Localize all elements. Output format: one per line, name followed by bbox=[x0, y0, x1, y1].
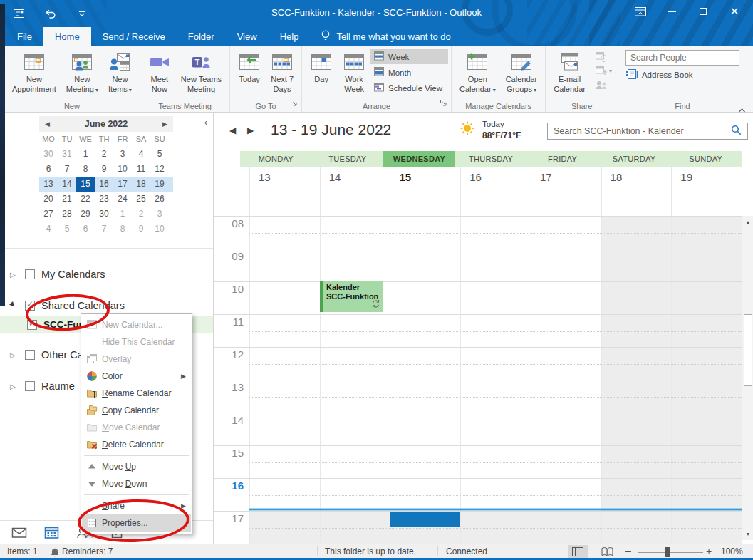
mini-day[interactable]: 29 bbox=[76, 207, 95, 222]
zoom-slider-thumb[interactable] bbox=[665, 547, 670, 557]
mini-day[interactable]: 10 bbox=[113, 162, 132, 177]
calendar-groups-button[interactable]: Calendar Groups▾ bbox=[501, 47, 543, 95]
day-header-saturday[interactable]: SATURDAY bbox=[598, 151, 670, 167]
date-cell[interactable]: 18 bbox=[601, 167, 672, 216]
mini-day[interactable]: 2 bbox=[132, 207, 150, 222]
expand-arrow-icon[interactable]: ▷ bbox=[10, 271, 19, 279]
tab-send-receive[interactable]: Send / Receive bbox=[91, 27, 177, 46]
ribbon-display-options-button[interactable] bbox=[625, 0, 656, 23]
normal-view-button[interactable] bbox=[568, 545, 588, 559]
next-month-button[interactable]: ▶ bbox=[162, 120, 167, 128]
close-button[interactable]: ✕ bbox=[719, 0, 750, 23]
mini-day[interactable]: 6 bbox=[39, 162, 58, 177]
share-calendar-button[interactable] bbox=[595, 51, 612, 62]
prev-month-button[interactable]: ◀ bbox=[45, 120, 50, 128]
address-book-button[interactable]: Address Book bbox=[625, 68, 739, 81]
month-button[interactable]: Month bbox=[370, 65, 448, 80]
mini-day[interactable]: 2 bbox=[95, 147, 113, 162]
mini-day[interactable]: 27 bbox=[39, 207, 58, 222]
tab-view[interactable]: View bbox=[226, 27, 269, 46]
day-header-sunday[interactable]: SUNDAY bbox=[670, 151, 742, 167]
mini-day[interactable]: 14 bbox=[58, 177, 76, 192]
reading-view-button[interactable] bbox=[597, 545, 617, 559]
mini-day[interactable]: 1 bbox=[113, 207, 132, 222]
calendar-checkbox[interactable] bbox=[25, 269, 35, 279]
date-cell[interactable]: 19 bbox=[671, 167, 742, 216]
zoom-out-button[interactable]: – bbox=[625, 545, 631, 556]
today-button[interactable]: Today bbox=[233, 47, 266, 84]
meet-now-button[interactable]: Meet Now bbox=[143, 47, 176, 95]
dialog-launcher-icon[interactable] bbox=[290, 97, 298, 110]
sidebar-group-my-calendars[interactable]: ▷My Calendars bbox=[0, 265, 213, 284]
event-block[interactable]: Kalender SCC-Funktion bbox=[320, 281, 383, 312]
mini-day[interactable]: 17 bbox=[113, 177, 132, 192]
day-button[interactable]: Day bbox=[305, 47, 338, 84]
expand-arrow-icon[interactable]: ▷ bbox=[10, 383, 19, 390]
next-week-button[interactable]: ▶ bbox=[247, 125, 254, 135]
new-items-button[interactable]: New Items▾ bbox=[103, 47, 137, 95]
date-cell[interactable]: 17 bbox=[531, 167, 601, 216]
calendar-permissions-button[interactable] bbox=[595, 79, 612, 90]
menu-item-delete-calendar[interactable]: Delete Calendar bbox=[82, 436, 191, 453]
zoom-in-button[interactable]: + bbox=[706, 546, 712, 557]
date-cell[interactable]: 13 bbox=[249, 167, 320, 216]
mini-day[interactable]: 28 bbox=[58, 207, 76, 222]
day-header-monday[interactable]: MONDAY bbox=[240, 151, 312, 167]
next-7-days-button[interactable]: Next 7 Days bbox=[266, 47, 298, 95]
calendar-search-input[interactable] bbox=[548, 126, 731, 136]
mini-day[interactable]: 19 bbox=[150, 177, 169, 192]
mini-day[interactable]: 5 bbox=[58, 222, 76, 237]
mini-day[interactable]: 30 bbox=[95, 207, 113, 222]
tab-file[interactable]: File bbox=[6, 27, 43, 46]
calendar-nav-icon[interactable] bbox=[44, 526, 59, 539]
week-button[interactable]: Week bbox=[370, 49, 448, 64]
day-header-thursday[interactable]: THURSDAY bbox=[455, 151, 527, 167]
schedule-view-button[interactable]: Schedule View bbox=[370, 81, 448, 95]
expand-arrow-icon[interactable]: ▷ bbox=[10, 351, 19, 359]
mini-day[interactable]: 24 bbox=[113, 192, 132, 207]
mini-day[interactable]: 22 bbox=[76, 192, 95, 207]
mini-day[interactable]: 5 bbox=[150, 147, 169, 162]
day-header-wednesday[interactable]: WEDNESDAY bbox=[383, 151, 455, 167]
mini-day[interactable]: 4 bbox=[132, 147, 150, 162]
dialog-launcher-icon[interactable] bbox=[440, 97, 447, 110]
menu-item-move-down[interactable]: Move Down bbox=[82, 475, 191, 492]
new-appointment-button[interactable]: New Appointment bbox=[7, 47, 61, 95]
tellme-search[interactable]: Tell me what you want to do bbox=[310, 27, 460, 46]
date-cell[interactable]: 15 bbox=[390, 167, 460, 216]
day-header-tuesday[interactable]: TUESDAY bbox=[312, 151, 384, 167]
mini-day[interactable]: 26 bbox=[150, 192, 169, 207]
calendar-checkbox[interactable] bbox=[25, 381, 35, 391]
calendar-checkbox[interactable] bbox=[25, 350, 35, 360]
new-meeting-button[interactable]: New Meeting▾ bbox=[61, 47, 103, 95]
mini-day[interactable]: 7 bbox=[58, 162, 76, 177]
mini-day[interactable]: 31 bbox=[58, 147, 76, 162]
mini-day[interactable]: 4 bbox=[39, 222, 58, 237]
mini-day[interactable]: 13 bbox=[39, 177, 58, 192]
mini-day[interactable]: 8 bbox=[76, 162, 95, 177]
mini-day[interactable]: 8 bbox=[113, 222, 132, 237]
tab-folder[interactable]: Folder bbox=[177, 27, 226, 46]
menu-item-copy-calendar[interactable]: Copy Calendar bbox=[82, 402, 191, 419]
mini-day[interactable]: 9 bbox=[95, 162, 113, 177]
date-cell[interactable]: 16 bbox=[460, 167, 531, 216]
email-calendar-button[interactable]: E-mail Calendar bbox=[549, 47, 591, 95]
search-people-input[interactable] bbox=[625, 50, 739, 66]
collapse-pane-icon[interactable]: ‹ bbox=[204, 117, 207, 128]
tab-help[interactable]: Help bbox=[269, 27, 311, 46]
mini-day[interactable]: 7 bbox=[95, 222, 113, 237]
time-slot-selection[interactable] bbox=[390, 512, 460, 527]
menu-item-color[interactable]: Color▶ bbox=[82, 368, 191, 385]
mini-day[interactable]: 16 bbox=[95, 177, 113, 192]
mini-day[interactable]: 1 bbox=[76, 147, 95, 162]
mini-day[interactable]: 3 bbox=[150, 207, 169, 222]
maximize-button[interactable] bbox=[687, 0, 719, 23]
previous-week-button[interactable]: ◀ bbox=[229, 125, 236, 135]
mini-day[interactable]: 12 bbox=[150, 162, 169, 177]
mail-nav-icon[interactable] bbox=[11, 526, 27, 539]
minimize-button[interactable] bbox=[656, 0, 687, 23]
publish-online-button[interactable]: ▾ bbox=[595, 65, 612, 76]
mini-day[interactable]: 23 bbox=[95, 192, 113, 207]
mini-day-selected[interactable]: 15 bbox=[76, 177, 95, 192]
mini-day[interactable]: 6 bbox=[76, 222, 95, 237]
